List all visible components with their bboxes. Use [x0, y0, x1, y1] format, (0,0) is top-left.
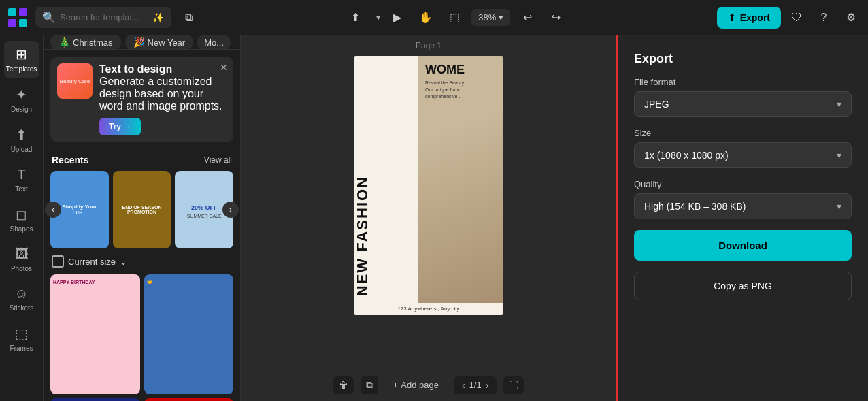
add-page-label: Add page	[401, 380, 439, 390]
size-value: 1x (1080 x 1080 px)	[644, 150, 729, 161]
sidebar-item-upload[interactable]: ⬆ Upload	[4, 121, 39, 159]
page-prev-button[interactable]: ‹	[462, 380, 465, 391]
current-size-bar[interactable]: Current size ⌄	[44, 248, 240, 274]
sidebar-item-label: Text	[15, 185, 27, 193]
promo-try-button[interactable]: Try →	[99, 118, 141, 135]
template-grid-wrapper: ‹ Simplify Your Life... END OF SEASON PR…	[44, 171, 240, 248]
tag-bar: 🎄 Christmas 🎉 New Year Mo...	[44, 35, 240, 50]
sidebar-item-label: Templates	[6, 65, 37, 73]
canvas-tagline: Reveal the Beauty...Our unique form...co…	[425, 80, 497, 99]
canvas-right-overlay: WOME Reveal the Beauty...Our unique form…	[425, 63, 497, 99]
fullscreen-button[interactable]: ⛶	[503, 376, 524, 394]
svg-rect-1	[19, 8, 27, 16]
undo-button[interactable]: ↩	[516, 6, 539, 29]
sidebar-item-label: Photos	[11, 265, 32, 272]
search-icon: 🔍	[42, 11, 56, 24]
filter-button[interactable]: ⧉	[177, 6, 200, 29]
thumb-placeholder-7: GRAND OPENING	[144, 398, 234, 401]
quality-select[interactable]: High (154 KB – 308 KB) ▾	[634, 193, 852, 219]
grid-prev-button[interactable]: ‹	[45, 202, 61, 218]
template-thumb-6[interactable]: NON PROFIT ORGANIZATION	[50, 398, 140, 401]
thumb-placeholder-4: HAPPY BIRTHDAY	[50, 274, 140, 287]
template-thumb-5[interactable]: 🤝	[144, 274, 234, 394]
frames-icon: ⬚	[15, 325, 28, 342]
tag-newyear[interactable]: 🎉 New Year	[125, 35, 194, 50]
thumb-placeholder-2: END OF SEASON PROMOTION	[113, 171, 171, 248]
templates-icon: ⊞	[16, 46, 27, 63]
canvas-footer-text: 123 Anywhere st, Any city	[397, 306, 459, 312]
add-page-icon: +	[393, 380, 399, 390]
copy-png-button[interactable]: Copy as PNG	[634, 272, 852, 300]
sidebar-item-frames[interactable]: ⬚ Frames	[4, 320, 39, 357]
template-grid: Simplify Your Life... END OF SEASON PROM…	[50, 171, 233, 248]
topbar-right: ⬆ Export 🛡 ? ⚙	[717, 6, 863, 29]
sidebar-item-shapes[interactable]: ◻ Shapes	[4, 201, 39, 238]
redo-button[interactable]: ↪	[544, 6, 567, 29]
thumb-placeholder-6: NON PROFIT ORGANIZATION	[50, 398, 140, 401]
grid-next-button[interactable]: ›	[222, 202, 239, 218]
svg-rect-3	[19, 19, 27, 27]
zoom-control[interactable]: 38% ▾	[471, 9, 510, 26]
current-size-icon	[52, 255, 64, 268]
frame-tool-button[interactable]: ⬚	[443, 6, 466, 29]
promo-close-button[interactable]: ✕	[220, 62, 228, 73]
canvas-women-text: WOME	[425, 63, 497, 77]
help-button[interactable]: ?	[812, 6, 835, 29]
tag-christmas[interactable]: 🎄 Christmas	[50, 35, 121, 50]
file-format-label: File format	[634, 77, 852, 87]
sidebar-item-design[interactable]: ✦ Design	[4, 81, 39, 118]
recents-heading: Recents	[52, 155, 88, 165]
view-all-button[interactable]: View all	[204, 155, 232, 165]
page-label: Page 1	[416, 35, 441, 56]
sidebar-item-photos[interactable]: 🖼 Photos	[4, 241, 39, 278]
export-label: Export	[740, 12, 770, 23]
tag-more[interactable]: Mo...	[197, 35, 231, 50]
search-bar: 🔍 ✨	[35, 7, 171, 28]
sidebar-item-text[interactable]: T Text	[4, 161, 39, 198]
template-thumb-4[interactable]: HAPPY BIRTHDAY	[50, 274, 140, 394]
doc-title-chevron: ▾	[376, 13, 380, 22]
sidebar-item-templates[interactable]: ⊞ Templates	[4, 41, 39, 78]
left-panel: 🎄 Christmas 🎉 New Year Mo... Beauty Care…	[44, 35, 241, 401]
hand-tool-button[interactable]: ✋	[414, 6, 437, 29]
svg-rect-0	[8, 8, 16, 16]
select-tool-button[interactable]: ▶	[386, 6, 409, 29]
add-page-button[interactable]: + Add page	[385, 376, 447, 394]
save-to-cloud-button[interactable]: ⬆	[344, 6, 367, 29]
canvas-content[interactable]: NEW FASHION WOME Reveal the Beauty...Our…	[354, 56, 503, 315]
magic-icon: ✨	[152, 12, 164, 23]
file-format-select[interactable]: JPEG ▾	[634, 91, 852, 117]
export-icon: ⬆	[728, 12, 736, 23]
export-button[interactable]: ⬆ Export	[717, 7, 781, 29]
canvas-right-section: WOME Reveal the Beauty...Our unique form…	[418, 56, 503, 303]
stickers-icon: ☺	[14, 286, 28, 302]
sidebar-item-label: Upload	[11, 146, 33, 153]
shield-icon-btn[interactable]: 🛡	[785, 6, 808, 29]
download-button[interactable]: Download	[634, 230, 852, 261]
promo-thumbnail: Beauty Care	[57, 63, 93, 99]
quality-label: Quality	[634, 179, 852, 189]
doc-title[interactable]: ▾	[372, 13, 380, 22]
promo-description: Generate a customized design based on yo…	[99, 76, 227, 112]
template-thumb-7[interactable]: GRAND OPENING	[144, 398, 234, 401]
page-next-button[interactable]: ›	[486, 380, 489, 391]
canvas-left-section: NEW FASHION	[354, 56, 418, 303]
size-label: Size	[634, 128, 852, 138]
settings-button[interactable]: ⚙	[839, 6, 863, 29]
current-size-chevron: ⌄	[120, 257, 127, 267]
size-select[interactable]: 1x (1080 x 1080 px) ▾	[634, 142, 852, 168]
trash-button[interactable]: 🗑	[333, 376, 354, 394]
newyear-emoji: 🎉	[133, 37, 145, 48]
upload-icon: ⬆	[16, 127, 27, 143]
duplicate-button[interactable]: ⧉	[361, 376, 378, 394]
app-logo[interactable]	[5, 5, 30, 30]
sidebar-item-stickers[interactable]: ☺ Stickers	[4, 280, 39, 317]
search-input[interactable]	[60, 12, 148, 22]
quality-field: Quality High (154 KB – 308 KB) ▾	[634, 179, 852, 219]
template-thumb-2[interactable]: END OF SEASON PROMOTION	[113, 171, 171, 248]
topbar: 🔍 ✨ ⧉ ⬆ ▾ ▶ ✋ ⬚ 38% ▾ ↩ ↪ ⬆ Export 🛡 ? ⚙	[0, 0, 868, 35]
promo-card: Beauty Care Text to design Generate a cu…	[50, 57, 233, 142]
file-format-chevron-icon: ▾	[837, 99, 841, 110]
shapes-icon: ◻	[16, 206, 27, 223]
tag-more-label: Mo...	[204, 37, 224, 48]
